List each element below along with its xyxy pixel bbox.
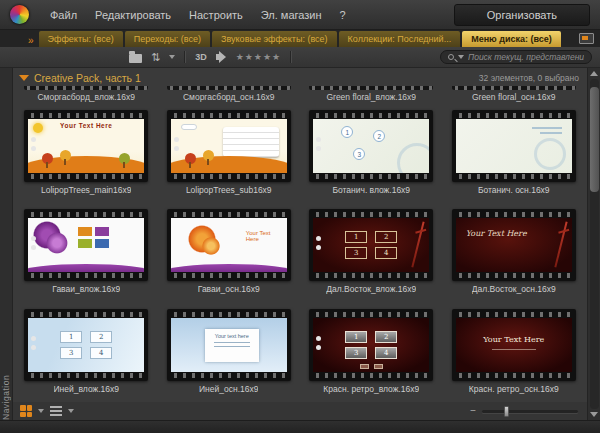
collapse-triangle-icon[interactable] xyxy=(19,75,29,81)
group-title[interactable]: Creative Pack, часть 1 xyxy=(34,72,141,84)
tab-sound-effects[interactable]: Звуковые эффекты: (все) xyxy=(212,31,337,47)
star-rating-filter[interactable]: ★★★★★ xyxy=(236,53,281,62)
menu-template-item[interactable]: Ботанич. осн.16x9 xyxy=(443,104,586,203)
grid-view-dropdown-icon[interactable] xyxy=(38,409,44,413)
thumbnail-row: Your Text Here LolipopT xyxy=(15,104,585,203)
partial-item[interactable]: Green floral_осн.16x9 xyxy=(443,86,586,104)
search-input[interactable] xyxy=(468,52,584,62)
text-line xyxy=(540,132,562,134)
tab-bar: » Эффекты: (все) Переходы: (все) Звуковы… xyxy=(0,30,600,47)
scrollbar-track[interactable] xyxy=(590,79,599,409)
3d-filter-button[interactable]: 3D xyxy=(195,52,207,62)
list-view-icon[interactable] xyxy=(50,406,62,416)
flower-shape xyxy=(187,224,217,254)
content-box-shape xyxy=(223,127,279,157)
menu-file[interactable]: Файл xyxy=(41,5,86,25)
film-holes-bottom xyxy=(28,174,144,179)
search-area xyxy=(440,50,592,64)
film-holes-top xyxy=(313,212,429,217)
menu-bar: Файл Редактировать Настроить Эл. магазин… xyxy=(0,0,600,30)
thumbnail-preview: Your text here xyxy=(171,318,287,372)
sort-dropdown-icon[interactable] xyxy=(169,55,175,59)
window-footer xyxy=(0,420,600,433)
thumbnail-label: Гаваи_влож.16x9 xyxy=(52,284,120,294)
library-toolbar: ⇅ 3D ★★★★★ xyxy=(0,47,600,68)
film-holes-bottom xyxy=(313,273,429,278)
menu-edit[interactable]: Редактировать xyxy=(86,5,180,25)
tab-collections[interactable]: Коллекции: Последний... xyxy=(339,31,461,47)
menu-template-item[interactable]: Your Text Here LolipopT xyxy=(15,104,158,203)
view-controls-bar: − xyxy=(13,402,587,420)
sort-icon[interactable]: ⇅ xyxy=(151,52,160,63)
folder-icon[interactable] xyxy=(129,54,142,63)
speaker-icon[interactable] xyxy=(216,54,220,60)
film-holes-bottom xyxy=(456,373,572,378)
navigation-strip[interactable]: Navigation xyxy=(0,68,13,420)
film-holes-bottom xyxy=(167,86,291,90)
chevron-right-icon[interactable]: » xyxy=(28,36,34,46)
organize-button[interactable]: Организовать xyxy=(454,4,590,26)
partial-item[interactable]: Green floral_влож.16x9 xyxy=(300,86,443,104)
application-window: Файл Редактировать Настроить Эл. магазин… xyxy=(0,0,600,433)
film-holes-bottom xyxy=(313,174,429,179)
help-icon[interactable]: ? xyxy=(331,5,355,25)
toolbar-divider xyxy=(290,51,292,63)
film-holes-bottom xyxy=(313,373,429,378)
menu-title-text: Your Text Here xyxy=(28,122,144,129)
menu-template-item[interactable]: 1 2 3 Ботанич. влож.16x9 xyxy=(300,104,443,203)
thumbnail-preview xyxy=(28,218,144,272)
menu-button-dots xyxy=(316,137,321,142)
cloud-shape xyxy=(181,124,197,130)
menu-title-text: Your Text Here xyxy=(456,335,572,344)
zoom-slider-handle[interactable] xyxy=(504,406,509,417)
thumbnail-label: Green floral_влож.16x9 xyxy=(326,92,416,102)
tree-shape xyxy=(185,153,196,164)
list-view-dropdown-icon[interactable] xyxy=(68,409,74,413)
scroll-down-icon[interactable] xyxy=(590,412,598,417)
search-box[interactable] xyxy=(440,50,592,64)
menu-template-item[interactable]: Your text here Иней_осн.16x9 xyxy=(158,303,301,402)
photo-square xyxy=(78,227,92,236)
menu-setup[interactable]: Настроить xyxy=(180,5,252,25)
text-line xyxy=(532,127,562,129)
film-holes-bottom xyxy=(309,86,433,90)
grid-view-icon[interactable] xyxy=(20,405,32,417)
app-logo-icon[interactable] xyxy=(10,5,29,24)
menu-template-item[interactable]: LolipopTrees_sub16x9 xyxy=(158,104,301,203)
zoom-out-button[interactable]: − xyxy=(470,406,476,416)
menu-template-item[interactable]: Гаваи_влож.16x9 xyxy=(15,203,158,302)
scroll-up-icon[interactable] xyxy=(590,71,598,76)
menu-template-item[interactable]: 1 2 3 4 Иней_влож.16x9 xyxy=(15,303,158,402)
menu-template-item[interactable]: Your Text Here Гаваи_осн.16x9 xyxy=(158,203,301,302)
partial-item[interactable]: Сморгасборд_влож.16x9 xyxy=(15,86,158,104)
thumbnail-preview: Your Text Here xyxy=(456,218,572,272)
film-holes-top xyxy=(171,212,287,217)
film-holes-top xyxy=(313,113,429,118)
tab-transitions[interactable]: Переходы: (все) xyxy=(125,31,210,47)
menu-template-item[interactable]: Your Text Here Дал.Восток_осн.16x9 xyxy=(443,203,586,302)
tab-effects[interactable]: Эффекты: (все) xyxy=(39,31,123,47)
tab-disc-menus[interactable]: Меню диска: (все) xyxy=(462,31,561,47)
chapter-tiles: 1 2 3 4 xyxy=(60,331,112,359)
flower-shape xyxy=(32,220,62,250)
menu-store[interactable]: Эл. магазин xyxy=(252,5,331,25)
nav-arrow-button xyxy=(374,364,383,369)
menu-template-item[interactable]: Your Text Here Красн. ретро_осн.16x9 xyxy=(443,303,586,402)
thumbnail-row: 1 2 3 4 Иней_влож.16x9 xyxy=(15,303,585,402)
film-holes-top xyxy=(171,312,287,317)
search-icon xyxy=(448,54,454,60)
menu-template-item[interactable]: 1 2 3 4 xyxy=(300,303,443,402)
search-scope-dropdown-icon[interactable] xyxy=(458,55,464,59)
partial-item[interactable]: Сморгасборд_осн.16x9 xyxy=(158,86,301,104)
menu-template-item[interactable]: 1 2 3 4 Дал.Восток_в xyxy=(300,203,443,302)
film-holes-top xyxy=(171,113,287,118)
preview-panel-icon[interactable] xyxy=(579,33,594,44)
chapter-number-tile: 2 xyxy=(375,331,397,343)
film-holes-bottom xyxy=(171,373,287,378)
item-count-status: 32 элементов, 0 выбрано xyxy=(479,73,579,83)
vertical-scrollbar[interactable] xyxy=(587,68,600,420)
zoom-slider[interactable] xyxy=(482,410,578,413)
thumbnail-label: LolipopTrees_main16x9 xyxy=(41,185,131,195)
scrollbar-thumb[interactable] xyxy=(590,87,599,192)
film-strip-thumbnail: Your Text Here xyxy=(24,110,148,182)
